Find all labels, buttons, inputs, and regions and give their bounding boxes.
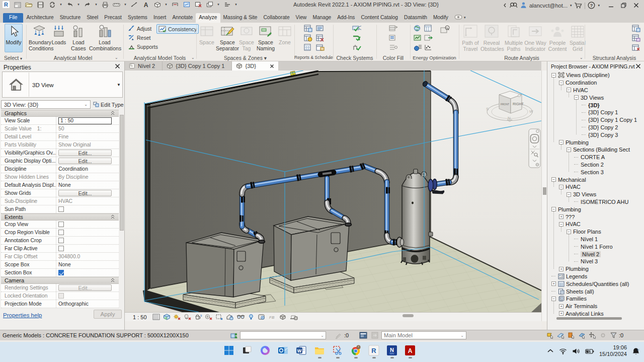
ribbon-button-consistency[interactable]: Consistency	[156, 24, 199, 34]
cf-2-icon[interactable]	[389, 34, 398, 43]
panel-expander-icon[interactable]: ⌄	[191, 55, 195, 60]
view-tab--3d-[interactable]: {3D}	[232, 61, 278, 70]
cf-1-icon[interactable]	[389, 25, 398, 33]
ribbon-tab-architecture[interactable]: Architecture	[23, 13, 56, 23]
scrollbar-thumb[interactable]	[543, 187, 546, 195]
edit-button[interactable]: Edit...	[58, 158, 112, 164]
dimension-icon[interactable]	[129, 1, 139, 9]
sync-icon[interactable]	[47, 1, 57, 9]
tree-item--3d-copy-2[interactable]: {3D} Copy 2	[582, 124, 618, 131]
switch-windows-dropdown[interactable]: ▾	[216, 1, 220, 9]
sa-3-icon[interactable]	[632, 44, 640, 52]
eo-5-icon[interactable]	[424, 34, 433, 43]
tree-toggle-icon[interactable]: +	[559, 311, 564, 316]
tree-toggle-icon[interactable]: −	[567, 230, 571, 234]
tree-item-isom-trico-ahu[interactable]: ISOMÉTRICO AHU	[574, 198, 628, 206]
speaker-icon[interactable]	[572, 348, 580, 354]
tree-item-corte-a[interactable]: CORTE A	[574, 154, 605, 161]
measure-dropdown[interactable]: ▾	[123, 1, 127, 9]
view-tab--3d-copy-1-copy-1[interactable]: {3D} Copy 1 Copy 1	[163, 61, 232, 70]
measure-icon[interactable]	[112, 1, 121, 9]
project-browser-close-icon[interactable]	[635, 63, 641, 70]
user-icon[interactable]	[520, 2, 527, 10]
ribbon-button-space[interactable]: Space	[198, 24, 215, 46]
ribbon-button-load-cases[interactable]: LoadCases	[69, 24, 88, 51]
undo-dropdown[interactable]: ▾	[76, 1, 80, 9]
tree-item-section-2[interactable]: Section 2	[574, 161, 604, 169]
view-scale-input[interactable]: 1 : 50	[58, 117, 112, 124]
gear-icon[interactable]	[599, 332, 607, 340]
tree-item--3d-copy-1-copy-1[interactable]: {3D} Copy 1 Copy 1	[582, 116, 637, 124]
checkbox[interactable]	[58, 222, 64, 227]
tree-toggle-icon[interactable]: −	[559, 185, 564, 189]
ribbon-button-load-combinations[interactable]: LoadCombinations	[89, 24, 120, 51]
help-dropdown[interactable]: ▾	[598, 4, 600, 8]
undo-icon[interactable]	[65, 1, 74, 9]
taskbar-icon-outlook[interactable]	[277, 345, 289, 360]
taskbar-icon-copilot[interactable]	[259, 345, 271, 360]
ribbon-button-path-of-travel[interactable]: Path ofTravel	[459, 24, 481, 52]
vertical-scrollbar[interactable]	[541, 70, 547, 321]
qat-customize-dropdown[interactable]: ▾	[234, 1, 238, 9]
taskbar-icon-explorer[interactable]	[313, 345, 326, 360]
tree-item-mechanical[interactable]: −Mechanical	[551, 176, 586, 183]
tree-item-hvac[interactable]: −HVAC	[559, 183, 581, 191]
ribbon-button-loads[interactable]: Loads	[50, 24, 68, 46]
edit-type-button[interactable]: Edit Type	[92, 100, 124, 109]
print-icon[interactable]	[100, 1, 110, 9]
tree-item-legends[interactable]: Legends	[551, 273, 587, 280]
section-icon[interactable]	[170, 1, 180, 9]
browser-hscrollbar-thumb[interactable]	[556, 317, 622, 320]
panel-label-spaces-zones[interactable]: Spaces & Zones ▾	[196, 55, 294, 61]
ribbon-tab-analyze[interactable]: Analyze	[196, 13, 220, 23]
tree-toggle-icon[interactable]: +	[559, 267, 564, 271]
text-icon[interactable]: A	[141, 1, 150, 9]
sync-dropdown[interactable]: ▾	[59, 1, 63, 9]
notification-bell-icon[interactable]: z	[632, 347, 640, 355]
tree-item-3d-views[interactable]: −3D Views	[574, 94, 604, 101]
type-selector-dropdown-icon[interactable]: ▼	[117, 83, 121, 87]
section-header-extents[interactable]: Extents	[1, 213, 119, 221]
ribbon-button-space-separator[interactable]: SpaceSeparator	[216, 24, 239, 51]
tree-item-plumbing[interactable]: +Plumbing	[559, 265, 589, 273]
editable-only-icon[interactable]	[335, 332, 342, 340]
redo-dropdown[interactable]: ▾	[94, 1, 98, 9]
taskbar-icon-chrome[interactable]	[350, 345, 362, 360]
taskbar-icon-snip[interactable]	[332, 345, 344, 360]
rs-3-icon[interactable]	[304, 44, 312, 52]
home-icon[interactable]	[13, 1, 22, 9]
battery-icon[interactable]	[585, 348, 594, 354]
open-icon[interactable]	[24, 1, 34, 9]
tree-toggle-icon[interactable]: −	[551, 177, 556, 182]
ribbon-button-multiple-paths[interactable]: MultiplePaths	[503, 24, 525, 52]
ribbon-button-people-content[interactable]: PeopleContent	[546, 24, 569, 52]
eo-6-icon[interactable]	[424, 44, 433, 52]
tree-item-3d-views[interactable]: −3D Views	[567, 191, 596, 198]
temp-view-props-icon[interactable]	[257, 313, 267, 321]
wifi-icon[interactable]	[559, 348, 567, 354]
panel-label-energy-optimization[interactable]: Energy Optimization	[410, 55, 459, 60]
help-icon[interactable]: ?	[588, 2, 595, 10]
tree-toggle-icon[interactable]: +	[559, 214, 564, 219]
panel-label-route-analysis[interactable]: Route Analysis	[459, 55, 585, 61]
taskbar-icon-task-view[interactable]	[241, 345, 253, 360]
properties-help-link[interactable]: Properties help	[3, 312, 42, 318]
panel-label-structural-analysis[interactable]: Structural Analysis	[585, 55, 644, 61]
tree-item-floor-plans[interactable]: −Floor Plans	[567, 228, 601, 236]
properties-close-icon[interactable]	[115, 63, 120, 70]
modify-button[interactable]: Modify	[5, 24, 23, 52]
check-pipe-icon[interactable]	[352, 34, 362, 43]
reveal-hidden-icon[interactable]	[246, 313, 257, 321]
tree-toggle-icon[interactable]: +	[551, 281, 556, 286]
visual-style-icon[interactable]	[162, 313, 172, 321]
ribbon-tab-precast[interactable]: Precast	[101, 13, 125, 23]
tree-toggle-icon[interactable]: −	[551, 207, 556, 211]
hscrollbar-thumb[interactable]	[403, 314, 414, 317]
ribbon-tab-content-catalog[interactable]: Content Catalog	[358, 13, 401, 23]
ribbon-button-reveal-obstacles[interactable]: RevealObstacles	[480, 24, 503, 52]
cart-icon[interactable]	[574, 2, 582, 10]
ribbon-state-toggle[interactable]: ▾	[454, 14, 466, 21]
locked-3d-icon[interactable]	[225, 313, 235, 321]
tree-toggle-icon[interactable]: −	[551, 73, 556, 78]
active-only-icon[interactable]	[371, 332, 379, 340]
